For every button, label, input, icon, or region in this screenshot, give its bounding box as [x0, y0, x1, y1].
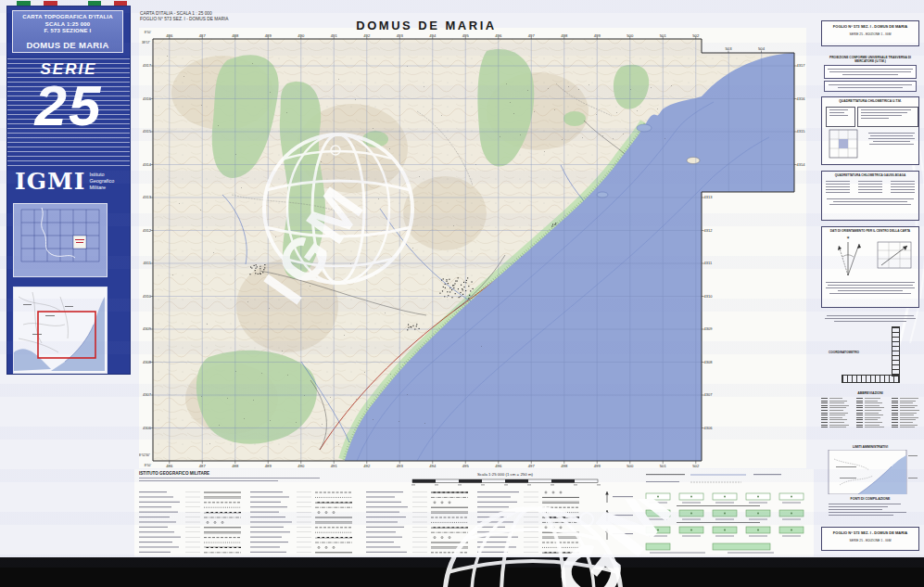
cover-sheet-name: DOMUS DE MARIA	[13, 40, 122, 50]
vegetation-legend	[646, 474, 804, 554]
declination-diagram: ✶	[822, 233, 918, 279]
svg-text:497: 497	[528, 33, 536, 38]
admin-limits-title: LIMITI AMMINISTRATIVI	[821, 443, 919, 449]
svg-text:4314: 4314	[797, 162, 806, 167]
svg-text:502: 502	[692, 33, 700, 38]
coordinatometro-vertical-ruler	[892, 326, 900, 376]
grid-square-diagram	[826, 128, 863, 161]
cover-scale-line: SCALA 1:25 000	[13, 21, 122, 29]
svg-text:489: 489	[265, 33, 272, 38]
svg-text:489: 489	[265, 464, 272, 468]
map-sheet-page: CARTA TOPOGRAFICA D'ITALIA SCALA 1:25 00…	[0, 0, 924, 587]
cover-series-line: CARTA TOPOGRAFICA D'ITALIA	[13, 14, 122, 21]
svg-text:38°57': 38°57'	[142, 41, 150, 45]
svg-text:500: 500	[627, 33, 634, 38]
svg-text:493: 493	[397, 464, 404, 468]
abbrev-column	[856, 397, 884, 429]
panel-footer-line1: FOGLIO N° 573 SEZ. I - DOMUS DE MARIA	[822, 530, 918, 535]
admin-limits-section: LIMITI AMMINISTRATIVI	[821, 443, 919, 495]
svg-text:4312: 4312	[143, 228, 152, 233]
igmi-logo: IGMI Istituto Geografico Militare	[15, 168, 124, 195]
svg-text:488: 488	[232, 33, 239, 38]
svg-text:487: 487	[199, 33, 207, 38]
utm-grid-section: QUADRETTATURA CHILOMETRICA U.T.M.	[821, 96, 919, 165]
svg-text:4315: 4315	[143, 129, 152, 134]
svg-text:4310: 4310	[143, 294, 152, 299]
orientation-section: DATI DI ORIENTAMENTO PER IL CENTRO DELLA…	[821, 226, 919, 308]
svg-text:4308: 4308	[143, 360, 152, 364]
svg-text:491: 491	[331, 464, 338, 468]
utm-grid-title: QUADRETTATURA CHILOMETRICA U.T.M.	[822, 97, 918, 103]
abbreviations-section: ABBREVIAZIONI	[821, 389, 919, 429]
panel-footer-line2: SERIE 25 - EDIZIONE 1 - IGM	[822, 539, 918, 542]
svg-text:498: 498	[561, 464, 568, 468]
svg-text:493: 493	[397, 33, 404, 38]
svg-text:494: 494	[429, 33, 437, 38]
svg-text:498: 498	[561, 33, 568, 38]
svg-text:4317: 4317	[797, 63, 806, 68]
svg-text:490: 490	[297, 33, 305, 38]
svg-text:4312: 4312	[704, 228, 714, 233]
svg-text:38°52'30": 38°52'30"	[139, 453, 150, 457]
sheet-index-map	[13, 203, 108, 277]
panel-header-box: FOGLIO N° 573 SEZ. I - DOMUS DE MARIA SE…	[821, 20, 919, 46]
projection-section: PROIEZIONE CONFORME UNIVERSALE TRASVERSA…	[821, 54, 919, 94]
svg-text:4310: 4310	[704, 294, 714, 299]
islet	[687, 158, 700, 164]
svg-text:487: 487	[199, 464, 207, 468]
svg-text:4311: 4311	[143, 261, 151, 265]
scale-text: Scala 1:25 000 (1 cm = 250 m)	[477, 472, 534, 477]
abbrev-column	[892, 397, 919, 429]
svg-text:495: 495	[462, 464, 470, 468]
svg-text:502: 502	[692, 464, 700, 468]
svg-text:494: 494	[429, 464, 437, 468]
svg-text:488: 488	[232, 464, 239, 468]
lagoon	[637, 124, 652, 132]
gauss-boaga-section: QUADRETTATURA CHILOMETRICA GAUSS-BOAGA	[821, 171, 919, 221]
svg-text:8°50': 8°50'	[145, 31, 152, 34]
svg-text:4316: 4316	[797, 96, 806, 101]
legend-strip: ISTITUTO GEOGRAFICO MILITARE Scala 1:25 …	[134, 469, 814, 556]
svg-text:4317: 4317	[143, 63, 152, 68]
cover-title-box: CARTA TOPOGRAFICA D'ITALIA SCALA 1:25 00…	[12, 10, 123, 53]
svg-text:495: 495	[462, 33, 470, 38]
svg-text:4311: 4311	[704, 261, 713, 265]
svg-text:8°50': 8°50'	[145, 464, 152, 467]
svg-text:4314: 4314	[143, 162, 152, 167]
svg-text:4316: 4316	[143, 96, 152, 101]
svg-text:486: 486	[166, 33, 173, 38]
coordinatometro-horizontal-ruler	[842, 375, 900, 383]
svg-text:492: 492	[363, 464, 371, 468]
svg-text:501: 501	[660, 33, 667, 38]
cover-panel: CARTA TOPOGRAFICA D'ITALIA SCALA 1:25 00…	[7, 6, 130, 374]
lagoon	[597, 192, 608, 198]
scale-bar	[411, 479, 601, 485]
map-title: DOMUS DE MARIA	[287, 19, 565, 32]
svg-text:✶: ✶	[846, 235, 850, 240]
svg-text:500: 500	[627, 464, 634, 468]
legend-arrow-symbols	[605, 491, 633, 540]
svg-text:499: 499	[594, 33, 601, 38]
svg-text:496: 496	[495, 33, 502, 38]
svg-text:4313: 4313	[143, 195, 152, 199]
bottom-black-bar	[0, 557, 924, 587]
svg-text:490: 490	[297, 464, 305, 468]
note-lines	[825, 313, 916, 324]
issuer-text: ISTITUTO GEOGRAFICO MILITARE	[139, 471, 209, 476]
abbreviations-title: ABBREVIAZIONI	[821, 389, 919, 395]
svg-text:4313: 4313	[704, 195, 714, 199]
svg-text:492: 492	[363, 33, 371, 38]
admin-limits-map	[821, 450, 919, 494]
location-map-graphic	[14, 287, 105, 371]
grid-north-diagram	[878, 242, 911, 268]
projection-title: PROIEZIONE CONFORME UNIVERSALE TRASVERSA…	[821, 54, 919, 63]
svg-text:499: 499	[594, 464, 601, 468]
legend-symbol-rows	[139, 491, 579, 553]
header-line2: FOGLIO N° 573 SEZ. I - DOMUS DE MARIA	[140, 17, 228, 22]
serie-stripes-decoration	[7, 58, 130, 168]
panel-header-line2: SERIE 25 - EDIZIONE 1 - IGM	[822, 32, 918, 36]
topographic-map-svg: IGM 486487488489490491492493494495496497…	[139, 28, 806, 468]
svg-text:4306: 4306	[704, 426, 714, 430]
coordinatometro-section: COORDINATOMETRO	[821, 326, 919, 384]
legend-svg: ISTITUTO GEOGRAFICO MILITARE Scala 1:25 …	[134, 469, 814, 556]
